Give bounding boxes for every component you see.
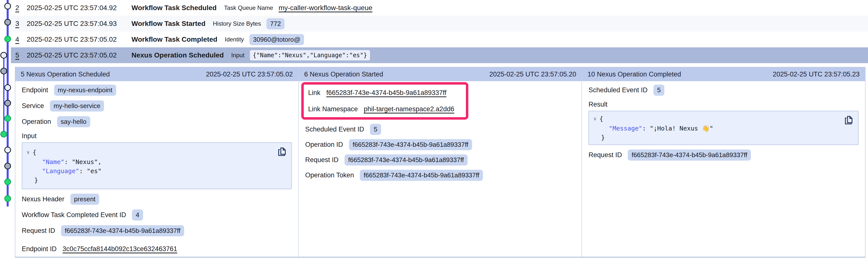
- result-label: Result: [588, 98, 859, 111]
- timeline-dot-gray: [5, 100, 11, 106]
- event-time: 2025-02-25 UTC 23:57:05.02: [27, 36, 131, 43]
- panel-header: 6 Nexus Operation Started 2025-02-25 UTC…: [299, 67, 582, 81]
- timeline-dot-green: [5, 115, 11, 121]
- panel-title: 10 Nexus Operation Completed: [587, 71, 681, 78]
- timeline-dot-white: [5, 147, 11, 153]
- json-collapse-chevron-icon[interactable]: ∨: [27, 148, 30, 157]
- event-detail-badge: 30960@totoro@: [249, 34, 304, 45]
- panel-nexus-operation-completed: 10 Nexus Operation Completed 2025-02-25 …: [582, 67, 865, 257]
- timeline-dot-white: [5, 3, 11, 9]
- event-row-5-selected[interactable]: 5 2025-02-25 UTC 23:57:05.02 Nexus Opera…: [11, 47, 868, 63]
- timeline-dot-gray: [5, 19, 11, 25]
- event-detail-panels: 5 Nexus Operation Scheduled 2025-02-25 U…: [15, 67, 866, 258]
- event-name: Workflow Task Started: [131, 20, 206, 28]
- operation-token-badge: f665283f-743e-4374-b45b-9a61a89337ff: [360, 170, 483, 181]
- copy-button[interactable]: [276, 146, 287, 158]
- event-id-link[interactable]: 3: [15, 20, 19, 27]
- task-queue-link[interactable]: my-caller-workflow-task-queue: [279, 4, 372, 12]
- input-label: Input: [22, 129, 292, 142]
- timeline-dot-white: [5, 85, 11, 90]
- event-name: Nexus Operation Scheduled: [131, 51, 224, 59]
- panel-title: 6 Nexus Operation Started: [304, 71, 383, 78]
- panel-body: Link f665283f-743e-4374-b45b-9a61a89337f…: [299, 81, 582, 257]
- event-id-link[interactable]: 2: [15, 4, 19, 11]
- timeline-branch-line: [3, 55, 4, 134]
- event-time: 2025-02-25 UTC 23:57:04.92: [27, 4, 131, 12]
- nexus-header-badge: present: [70, 194, 99, 205]
- request-id-badge: f665283f-743e-4374-b45b-9a61a89337ff: [344, 154, 468, 165]
- endpoint-id-label: Endpoint ID: [22, 245, 57, 253]
- operation-token-label: Operation Token: [305, 172, 354, 179]
- input-json-viewer: ∨{ "Name": "Nexus", "Language": "es" }: [22, 142, 292, 189]
- event-name: Workflow Task Completed: [131, 36, 217, 43]
- panel-header: 5 Nexus Operation Scheduled 2025-02-25 U…: [15, 67, 298, 81]
- request-id-badge: f665283f-743e-4374-b45b-9a61a89337ff: [61, 225, 184, 236]
- timeline-dot-gray-branch: [1, 68, 7, 74]
- endpoint-badge: my-nexus-endpoint: [54, 85, 116, 96]
- json-collapse-chevron-icon[interactable]: ∨: [593, 114, 596, 123]
- service-badge: my-hello-service: [50, 100, 104, 111]
- event-detail-badge: 772: [267, 18, 284, 29]
- request-id-label: Request ID: [588, 151, 622, 159]
- operation-id-badge: f665283f-743e-4374-b45b-9a61a89337ff: [349, 139, 472, 150]
- result-json-viewer: ∨{ "Message": "¡Hola! Nexus 👋" }: [588, 111, 859, 145]
- endpoint-id-link[interactable]: 3c0c75ccfa8144b092c13ce632463761: [63, 245, 177, 253]
- copy-icon: [276, 146, 287, 158]
- event-history-list: 2 2025-02-25 UTC 23:57:04.92 Workflow Ta…: [11, 0, 868, 63]
- timeline-dot-gray: [5, 163, 11, 169]
- link-namespace-link[interactable]: phil-target-namespace2.a2dd6: [364, 105, 454, 113]
- event-detail-label: Task Queue Name: [224, 4, 273, 11]
- panel-time: 2025-02-25 UTC 23:57:05.02: [206, 71, 292, 78]
- scheduled-event-id-label: Scheduled Event ID: [305, 125, 364, 133]
- nexus-header-label: Nexus Header: [22, 195, 64, 203]
- copy-button[interactable]: [843, 115, 854, 126]
- operation-badge: say-hello: [57, 116, 90, 127]
- link-label: Link: [308, 89, 320, 97]
- panel-header: 10 Nexus Operation Completed 2025-02-25 …: [582, 67, 865, 81]
- operation-id-label: Operation ID: [305, 141, 343, 149]
- wtc-event-id-badge: 4: [132, 210, 143, 221]
- timeline-dot-green: [5, 179, 11, 185]
- panel-time: 2025-02-25 UTC 23:57:05.20: [489, 71, 576, 78]
- request-id-label: Request ID: [305, 156, 339, 164]
- event-detail-label: History Size Bytes: [213, 20, 261, 27]
- timeline-dot-green: [5, 196, 11, 201]
- event-row-4[interactable]: 4 2025-02-25 UTC 23:57:05.02 Workflow Ta…: [11, 32, 868, 47]
- scheduled-event-id-badge: 5: [653, 85, 664, 96]
- panel-nexus-operation-started: 6 Nexus Operation Started 2025-02-25 UTC…: [298, 67, 582, 257]
- timeline-dot-green-branch: [1, 131, 7, 137]
- event-time: 2025-02-25 UTC 23:57:05.02: [27, 51, 131, 59]
- copy-icon: [843, 115, 854, 126]
- event-id-link[interactable]: 5: [15, 51, 19, 59]
- event-name: Workflow Task Scheduled: [131, 4, 217, 12]
- link-highlight-box: Link f665283f-743e-4374-b45b-9a61a89337f…: [301, 82, 468, 120]
- scheduled-event-id-badge: 5: [370, 124, 381, 135]
- service-label: Service: [22, 102, 44, 110]
- panel-body: Endpoint my-nexus-endpoint Service my-he…: [15, 81, 298, 260]
- endpoint-label: Endpoint: [22, 86, 48, 94]
- timeline-dot-white-branch: [1, 52, 7, 58]
- event-id-link[interactable]: 4: [15, 36, 19, 43]
- event-input-badge: {"Name":"Nexus","Language":"es"}: [250, 50, 370, 61]
- timeline-dot-green: [5, 36, 11, 42]
- event-row-3[interactable]: 3 2025-02-25 UTC 23:57:04.93 Workflow Ta…: [11, 16, 868, 32]
- panel-nexus-operation-scheduled: 5 Nexus Operation Scheduled 2025-02-25 U…: [15, 67, 298, 257]
- panel-title: 5 Nexus Operation Scheduled: [21, 71, 110, 78]
- operation-label: Operation: [22, 118, 51, 125]
- link-namespace-label: Link Namespace: [308, 105, 358, 113]
- scheduled-event-id-label: Scheduled Event ID: [588, 86, 648, 94]
- request-id-badge: f665283f-743e-4374-b45b-9a61a89337ff: [628, 149, 751, 160]
- event-row-2[interactable]: 2 2025-02-25 UTC 23:57:04.92 Workflow Ta…: [11, 0, 868, 16]
- wtc-event-id-label: Workflow Task Completed Event ID: [22, 211, 126, 219]
- event-detail-label: Input: [231, 52, 244, 59]
- link-value-link[interactable]: f665283f-743e-4374-b45b-9a61a89337ff: [326, 89, 446, 97]
- panel-time: 2025-02-25 UTC 23:57:05.23: [773, 71, 860, 78]
- request-id-label: Request ID: [22, 227, 55, 234]
- event-detail-label: Identity: [225, 36, 244, 43]
- event-time: 2025-02-25 UTC 23:57:04.93: [27, 20, 131, 28]
- panel-body: Scheduled Event ID 5 Result ∨{ "Message"…: [582, 81, 865, 257]
